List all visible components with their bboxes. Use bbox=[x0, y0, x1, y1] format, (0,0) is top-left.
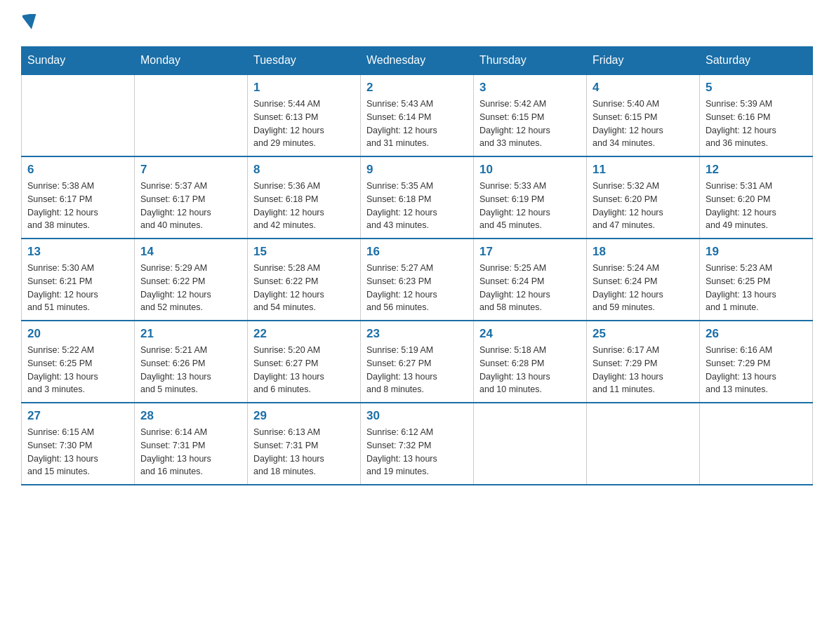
day-info: Sunrise: 5:42 AMSunset: 6:15 PMDaylight:… bbox=[479, 98, 581, 150]
day-info: Sunrise: 5:19 AMSunset: 6:27 PMDaylight:… bbox=[366, 344, 468, 396]
calendar-week-row: 20Sunrise: 5:22 AMSunset: 6:25 PMDayligh… bbox=[22, 321, 813, 403]
day-number: 11 bbox=[593, 163, 694, 177]
calendar-week-row: 1Sunrise: 5:44 AMSunset: 6:13 PMDaylight… bbox=[22, 74, 813, 156]
day-number: 18 bbox=[593, 245, 694, 259]
calendar-day-header: Monday bbox=[135, 47, 248, 75]
calendar-cell bbox=[700, 403, 813, 485]
calendar-day-header: Friday bbox=[587, 47, 700, 75]
day-info: Sunrise: 5:29 AMSunset: 6:22 PMDaylight:… bbox=[140, 262, 241, 314]
logo-triangle-icon bbox=[22, 14, 38, 29]
day-number: 24 bbox=[479, 327, 581, 341]
svg-marker-0 bbox=[22, 14, 38, 29]
day-number: 21 bbox=[140, 327, 241, 341]
day-info: Sunrise: 5:18 AMSunset: 6:28 PMDaylight:… bbox=[479, 344, 581, 396]
day-number: 12 bbox=[706, 163, 807, 177]
calendar-cell bbox=[474, 403, 587, 485]
calendar-day-header: Saturday bbox=[700, 47, 813, 75]
day-info: Sunrise: 6:17 AMSunset: 7:29 PMDaylight:… bbox=[593, 344, 694, 396]
calendar-cell: 5Sunrise: 5:39 AMSunset: 6:16 PMDaylight… bbox=[700, 74, 813, 156]
day-info: Sunrise: 5:31 AMSunset: 6:20 PMDaylight:… bbox=[706, 180, 807, 232]
day-info: Sunrise: 5:22 AMSunset: 6:25 PMDaylight:… bbox=[27, 344, 128, 396]
day-number: 6 bbox=[27, 163, 128, 177]
day-info: Sunrise: 6:14 AMSunset: 7:31 PMDaylight:… bbox=[140, 426, 241, 478]
day-number: 27 bbox=[27, 409, 128, 423]
day-number: 15 bbox=[253, 245, 355, 259]
calendar-cell: 7Sunrise: 5:37 AMSunset: 6:17 PMDaylight… bbox=[135, 156, 248, 239]
calendar-cell: 20Sunrise: 5:22 AMSunset: 6:25 PMDayligh… bbox=[22, 321, 135, 403]
calendar-cell: 26Sunrise: 6:16 AMSunset: 7:29 PMDayligh… bbox=[700, 321, 813, 403]
day-info: Sunrise: 5:27 AMSunset: 6:23 PMDaylight:… bbox=[366, 262, 468, 314]
day-info: Sunrise: 5:30 AMSunset: 6:21 PMDaylight:… bbox=[27, 262, 128, 314]
day-info: Sunrise: 5:44 AMSunset: 6:13 PMDaylight:… bbox=[253, 98, 355, 150]
calendar-cell: 8Sunrise: 5:36 AMSunset: 6:18 PMDaylight… bbox=[248, 156, 361, 239]
calendar-week-row: 6Sunrise: 5:38 AMSunset: 6:17 PMDaylight… bbox=[22, 156, 813, 239]
day-number: 4 bbox=[593, 81, 694, 95]
calendar-cell: 30Sunrise: 6:12 AMSunset: 7:32 PMDayligh… bbox=[361, 403, 474, 485]
calendar-day-header: Wednesday bbox=[361, 47, 474, 75]
calendar-cell: 12Sunrise: 5:31 AMSunset: 6:20 PMDayligh… bbox=[700, 156, 813, 239]
calendar-cell: 23Sunrise: 5:19 AMSunset: 6:27 PMDayligh… bbox=[361, 321, 474, 403]
calendar-cell: 17Sunrise: 5:25 AMSunset: 6:24 PMDayligh… bbox=[474, 239, 587, 321]
calendar-cell: 29Sunrise: 6:13 AMSunset: 7:31 PMDayligh… bbox=[248, 403, 361, 485]
calendar-cell: 15Sunrise: 5:28 AMSunset: 6:22 PMDayligh… bbox=[248, 239, 361, 321]
calendar-day-header: Sunday bbox=[22, 47, 135, 75]
day-info: Sunrise: 5:21 AMSunset: 6:26 PMDaylight:… bbox=[140, 344, 241, 396]
calendar-cell: 28Sunrise: 6:14 AMSunset: 7:31 PMDayligh… bbox=[135, 403, 248, 485]
page-header bbox=[21, 14, 813, 32]
calendar-cell: 22Sunrise: 5:20 AMSunset: 6:27 PMDayligh… bbox=[248, 321, 361, 403]
day-info: Sunrise: 6:15 AMSunset: 7:30 PMDaylight:… bbox=[27, 426, 128, 478]
calendar-cell: 9Sunrise: 5:35 AMSunset: 6:18 PMDaylight… bbox=[361, 156, 474, 239]
calendar-cell: 10Sunrise: 5:33 AMSunset: 6:19 PMDayligh… bbox=[474, 156, 587, 239]
day-info: Sunrise: 5:28 AMSunset: 6:22 PMDaylight:… bbox=[253, 262, 355, 314]
day-info: Sunrise: 5:23 AMSunset: 6:25 PMDaylight:… bbox=[706, 262, 807, 314]
day-number: 29 bbox=[253, 409, 355, 423]
day-number: 19 bbox=[706, 245, 807, 259]
calendar-cell: 11Sunrise: 5:32 AMSunset: 6:20 PMDayligh… bbox=[587, 156, 700, 239]
day-info: Sunrise: 5:39 AMSunset: 6:16 PMDaylight:… bbox=[706, 98, 807, 150]
day-info: Sunrise: 5:40 AMSunset: 6:15 PMDaylight:… bbox=[593, 98, 694, 150]
calendar-cell: 25Sunrise: 6:17 AMSunset: 7:29 PMDayligh… bbox=[587, 321, 700, 403]
calendar-cell bbox=[22, 74, 135, 156]
day-number: 22 bbox=[253, 327, 355, 341]
logo bbox=[21, 14, 38, 32]
day-number: 8 bbox=[253, 163, 355, 177]
day-info: Sunrise: 5:36 AMSunset: 6:18 PMDaylight:… bbox=[253, 180, 355, 232]
calendar-header-row: SundayMondayTuesdayWednesdayThursdayFrid… bbox=[22, 47, 813, 75]
day-info: Sunrise: 5:24 AMSunset: 6:24 PMDaylight:… bbox=[593, 262, 694, 314]
calendar-week-row: 27Sunrise: 6:15 AMSunset: 7:30 PMDayligh… bbox=[22, 403, 813, 485]
day-number: 10 bbox=[479, 163, 581, 177]
day-info: Sunrise: 6:13 AMSunset: 7:31 PMDaylight:… bbox=[253, 426, 355, 478]
calendar-cell: 1Sunrise: 5:44 AMSunset: 6:13 PMDaylight… bbox=[248, 74, 361, 156]
day-info: Sunrise: 6:12 AMSunset: 7:32 PMDaylight:… bbox=[366, 426, 468, 478]
calendar-cell: 2Sunrise: 5:43 AMSunset: 6:14 PMDaylight… bbox=[361, 74, 474, 156]
day-number: 30 bbox=[366, 409, 468, 423]
day-info: Sunrise: 5:37 AMSunset: 6:17 PMDaylight:… bbox=[140, 180, 241, 232]
day-number: 16 bbox=[366, 245, 468, 259]
calendar-cell: 27Sunrise: 6:15 AMSunset: 7:30 PMDayligh… bbox=[22, 403, 135, 485]
day-number: 17 bbox=[479, 245, 581, 259]
day-number: 14 bbox=[140, 245, 241, 259]
calendar-day-header: Tuesday bbox=[248, 47, 361, 75]
day-info: Sunrise: 6:16 AMSunset: 7:29 PMDaylight:… bbox=[706, 344, 807, 396]
calendar-cell: 4Sunrise: 5:40 AMSunset: 6:15 PMDaylight… bbox=[587, 74, 700, 156]
calendar-day-header: Thursday bbox=[474, 47, 587, 75]
day-info: Sunrise: 5:38 AMSunset: 6:17 PMDaylight:… bbox=[27, 180, 128, 232]
day-number: 3 bbox=[479, 81, 581, 95]
day-info: Sunrise: 5:43 AMSunset: 6:14 PMDaylight:… bbox=[366, 98, 468, 150]
day-info: Sunrise: 5:20 AMSunset: 6:27 PMDaylight:… bbox=[253, 344, 355, 396]
day-number: 1 bbox=[253, 81, 355, 95]
calendar-cell: 16Sunrise: 5:27 AMSunset: 6:23 PMDayligh… bbox=[361, 239, 474, 321]
day-number: 5 bbox=[706, 81, 807, 95]
day-info: Sunrise: 5:35 AMSunset: 6:18 PMDaylight:… bbox=[366, 180, 468, 232]
calendar-cell: 3Sunrise: 5:42 AMSunset: 6:15 PMDaylight… bbox=[474, 74, 587, 156]
day-number: 7 bbox=[140, 163, 241, 177]
calendar-cell: 21Sunrise: 5:21 AMSunset: 6:26 PMDayligh… bbox=[135, 321, 248, 403]
calendar-table: SundayMondayTuesdayWednesdayThursdayFrid… bbox=[21, 46, 813, 485]
calendar-cell bbox=[587, 403, 700, 485]
day-number: 9 bbox=[366, 163, 468, 177]
day-number: 25 bbox=[593, 327, 694, 341]
calendar-cell: 13Sunrise: 5:30 AMSunset: 6:21 PMDayligh… bbox=[22, 239, 135, 321]
calendar-cell: 24Sunrise: 5:18 AMSunset: 6:28 PMDayligh… bbox=[474, 321, 587, 403]
day-number: 23 bbox=[366, 327, 468, 341]
calendar-week-row: 13Sunrise: 5:30 AMSunset: 6:21 PMDayligh… bbox=[22, 239, 813, 321]
